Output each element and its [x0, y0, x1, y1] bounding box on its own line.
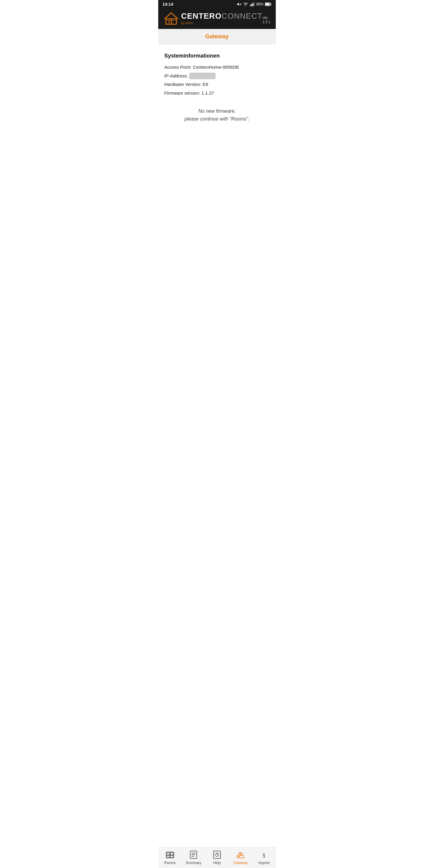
access-point-label: Access Point:	[164, 64, 192, 70]
status-time: 14:14	[162, 2, 173, 7]
app-header: CENTERO CONNECT by elero Ver. 1.5.1	[158, 8, 276, 29]
fw-version-line: Firmware version: 1.1.27	[164, 90, 270, 97]
svg-rect-4	[251, 4, 252, 6]
mute-icon	[237, 2, 241, 7]
page-title-bar: Gateway	[158, 29, 276, 44]
svg-rect-8	[271, 3, 272, 5]
fw-label: Firmware version:	[164, 90, 200, 96]
main-content: Systeminformationen Access Point: Center…	[158, 44, 276, 153]
signal-icon	[250, 2, 255, 7]
battery-icon	[265, 2, 272, 6]
svg-point-2	[245, 5, 246, 6]
access-point-value: CenteroHome-0056DB	[193, 64, 239, 70]
ip-value: 192.168.4.1	[189, 73, 216, 80]
logo-wordmark: CENTERO CONNECT	[181, 11, 262, 21]
svg-rect-9	[265, 3, 270, 5]
svg-rect-3	[250, 4, 251, 6]
section-title: Systeminformationen	[164, 53, 270, 59]
app-version: Ver. 1.5.1	[262, 16, 271, 25]
battery-percent: 88%	[256, 2, 264, 6]
fw-value: 1.1.27	[201, 90, 214, 96]
logo-by-elero: by elero	[181, 22, 262, 25]
logo-text-stack: CENTERO CONNECT by elero	[181, 11, 262, 25]
hw-value: E6	[203, 82, 208, 87]
page-title: Gateway	[158, 33, 276, 40]
hw-label: Hardware Version:	[164, 82, 201, 87]
status-icons: 88%	[237, 2, 272, 7]
logo-house-icon	[163, 11, 179, 25]
svg-rect-5	[253, 3, 253, 6]
svg-rect-6	[254, 2, 255, 6]
ip-label: IP-Address:	[164, 73, 188, 79]
access-point-line: Access Point: CenteroHome-0056DB	[164, 64, 270, 71]
firmware-notice: No new firmware,please continue with "Ro…	[164, 107, 270, 123]
ip-address-line: IP-Address: 192.168.4.1	[164, 73, 270, 80]
logo-connect: CONNECT	[221, 11, 262, 21]
status-bar: 14:14 88%	[158, 0, 276, 8]
logo-centero: CENTERO	[181, 11, 221, 21]
hw-version-line: Hardware Version: E6	[164, 81, 270, 88]
wifi-icon	[243, 2, 248, 7]
logo: CENTERO CONNECT by elero	[163, 11, 262, 25]
